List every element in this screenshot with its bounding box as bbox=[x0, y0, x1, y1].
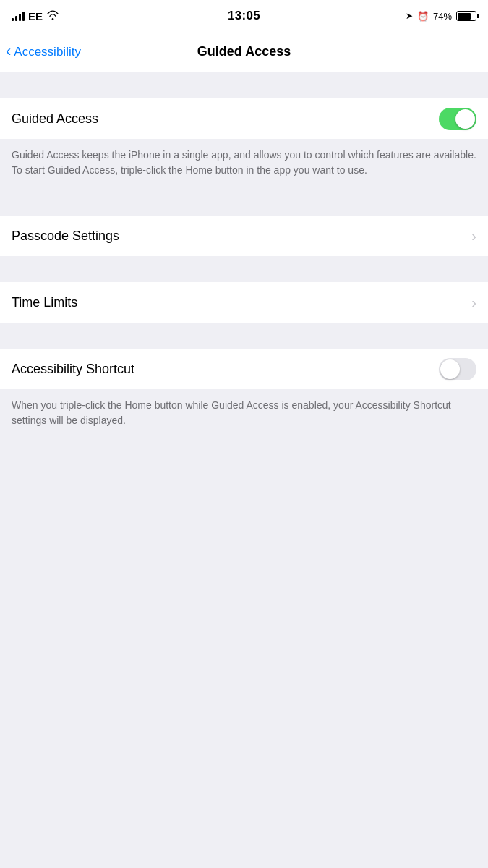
time-limits-row[interactable]: Time Limits › bbox=[0, 282, 488, 323]
passcode-settings-row[interactable]: Passcode Settings › bbox=[0, 216, 488, 256]
guided-access-description: Guided Access keeps the iPhone in a sing… bbox=[0, 139, 488, 190]
battery-percent-label: 74% bbox=[433, 11, 452, 22]
accessibility-shortcut-label: Accessibility Shortcut bbox=[12, 362, 439, 377]
bottom-spacer bbox=[0, 440, 488, 729]
section-gap-1 bbox=[0, 190, 488, 216]
page-title: Guided Access bbox=[197, 44, 291, 59]
passcode-chevron-icon: › bbox=[471, 228, 476, 244]
alarm-icon: ⏰ bbox=[417, 11, 429, 22]
section-gap-top bbox=[0, 72, 488, 98]
battery-fill bbox=[458, 13, 470, 20]
time-limits-label: Time Limits bbox=[12, 295, 471, 310]
guided-access-toggle[interactable] bbox=[439, 108, 476, 130]
time-limits-chevron-icon: › bbox=[471, 294, 476, 311]
section-gap-3 bbox=[0, 323, 488, 349]
carrier-label: EE bbox=[28, 10, 43, 22]
signal-bar-3 bbox=[19, 14, 21, 21]
back-button[interactable]: ‹ Accessibility bbox=[0, 44, 88, 59]
navigation-bar: ‹ Accessibility Guided Access bbox=[0, 32, 488, 72]
wifi-icon bbox=[46, 10, 59, 22]
guided-access-section: Guided Access bbox=[0, 98, 488, 139]
toggle-knob bbox=[455, 109, 475, 129]
guided-access-label: Guided Access bbox=[12, 111, 439, 127]
back-chevron-icon: ‹ bbox=[6, 43, 11, 59]
status-bar-right: ➤ ⏰ 74% bbox=[390, 11, 476, 22]
battery-indicator bbox=[456, 11, 476, 21]
section-gap-2 bbox=[0, 256, 488, 282]
passcode-settings-section: Passcode Settings › bbox=[0, 216, 488, 256]
battery-icon bbox=[456, 11, 476, 21]
status-bar-left: EE bbox=[12, 10, 98, 22]
accessibility-shortcut-row: Accessibility Shortcut bbox=[0, 349, 488, 389]
status-bar: EE 13:05 ➤ ⏰ 74% bbox=[0, 0, 488, 32]
signal-bars-icon bbox=[12, 11, 25, 21]
signal-bar-1 bbox=[12, 18, 14, 21]
location-icon: ➤ bbox=[406, 11, 413, 21]
accessibility-shortcut-section: Accessibility Shortcut bbox=[0, 349, 488, 389]
accessibility-shortcut-toggle-knob bbox=[440, 359, 460, 379]
status-bar-time: 13:05 bbox=[228, 9, 260, 23]
accessibility-shortcut-toggle[interactable] bbox=[439, 358, 476, 380]
passcode-settings-label: Passcode Settings bbox=[12, 229, 471, 244]
signal-bar-4 bbox=[22, 12, 25, 21]
guided-access-row: Guided Access bbox=[0, 98, 488, 139]
accessibility-shortcut-description: When you triple-click the Home button wh… bbox=[0, 389, 488, 440]
signal-bar-2 bbox=[15, 16, 17, 21]
back-label: Accessibility bbox=[14, 45, 81, 59]
time-limits-section: Time Limits › bbox=[0, 282, 488, 323]
